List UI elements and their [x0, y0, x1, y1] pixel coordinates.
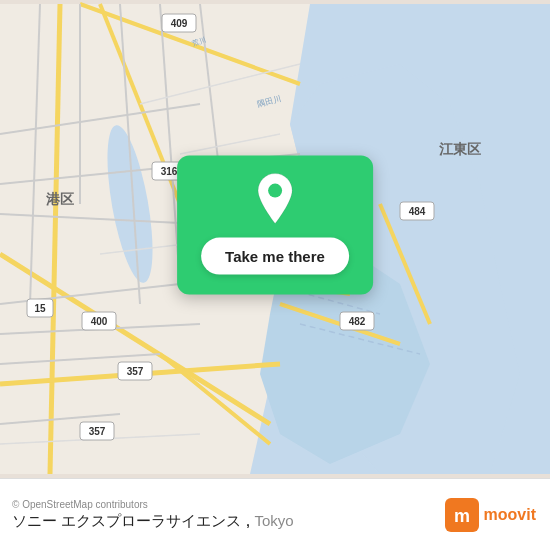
svg-text:316: 316: [161, 166, 178, 177]
city-separator: ,: [246, 512, 255, 529]
svg-text:15: 15: [34, 303, 46, 314]
svg-point-55: [268, 184, 282, 198]
svg-text:m: m: [454, 506, 470, 526]
moovit-icon-svg: m: [445, 498, 479, 532]
location-line: ソニー エクスプローラサイエンス , Tokyo: [12, 512, 294, 531]
svg-text:409: 409: [171, 18, 188, 29]
svg-text:484: 484: [409, 206, 426, 217]
popup-card: Take me there: [177, 156, 373, 295]
svg-text:357: 357: [127, 366, 144, 377]
pin-icon: [253, 172, 297, 226]
moovit-logo[interactable]: m moovit: [445, 498, 536, 532]
bottom-bar: © OpenStreetMap contributors ソニー エクスプローラ…: [0, 478, 550, 550]
svg-text:江東区: 江東区: [439, 141, 481, 157]
app: 409 316 15 400 482 482 357 357 484: [0, 0, 550, 550]
bottom-left: © OpenStreetMap contributors ソニー エクスプローラ…: [12, 499, 294, 531]
attribution-text: © OpenStreetMap contributors: [12, 499, 294, 510]
svg-text:400: 400: [91, 316, 108, 327]
location-name: ソニー エクスプローラサイエンス: [12, 512, 241, 529]
map-container: 409 316 15 400 482 482 357 357 484: [0, 0, 550, 478]
svg-text:港区: 港区: [46, 191, 74, 207]
city-name: Tokyo: [255, 512, 294, 529]
svg-text:482: 482: [349, 316, 366, 327]
svg-text:357: 357: [89, 426, 106, 437]
take-me-there-button[interactable]: Take me there: [201, 238, 349, 275]
moovit-label: moovit: [484, 506, 536, 524]
